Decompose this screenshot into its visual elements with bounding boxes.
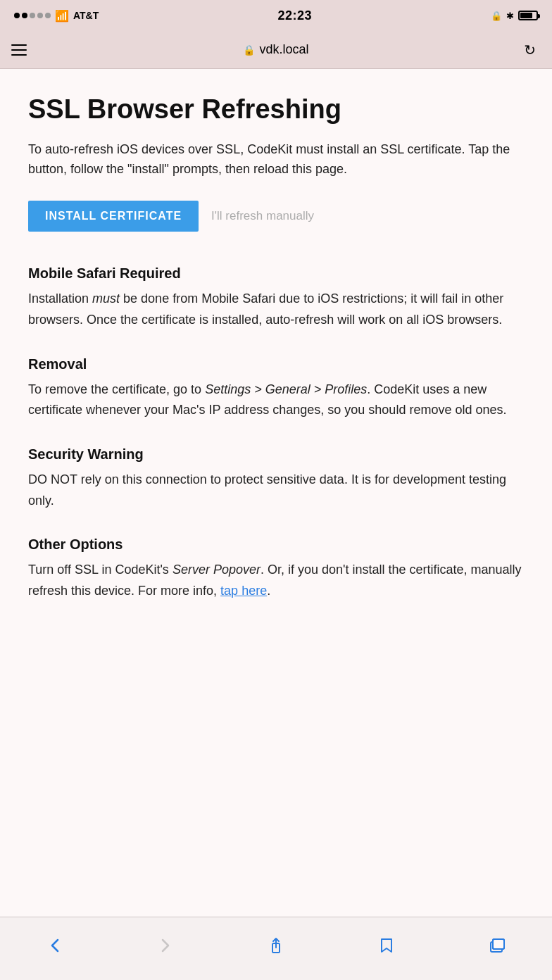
browser-chrome: 🔒 vdk.local ↺ bbox=[0, 31, 552, 69]
status-time: 22:23 bbox=[277, 8, 312, 23]
page-title: SSL Browser Refreshing bbox=[28, 94, 524, 125]
section-other-options: Other Options Turn off SSL in CodeKit's … bbox=[28, 536, 524, 601]
status-left: 📶 AT&T bbox=[14, 9, 99, 23]
signal-dot-5 bbox=[45, 13, 51, 18]
hamburger-line-3 bbox=[11, 54, 27, 56]
install-certificate-button[interactable]: INSTALL CERTIFICATE bbox=[28, 201, 199, 232]
section-mobile-safari: Mobile Safari Required Installation must… bbox=[28, 265, 524, 330]
bookmarks-button[interactable] bbox=[369, 928, 404, 963]
section-security-warning-text: DO NOT rely on this connection to protec… bbox=[28, 470, 524, 511]
back-button[interactable] bbox=[37, 928, 73, 963]
lock-status-icon: 🔒 bbox=[491, 11, 502, 21]
svg-rect-2 bbox=[493, 939, 504, 949]
bookmarks-icon bbox=[377, 936, 396, 955]
section-mobile-safari-title: Mobile Safari Required bbox=[28, 265, 524, 282]
battery-icon bbox=[518, 11, 538, 20]
forward-button[interactable] bbox=[148, 928, 183, 963]
carrier-label: AT&T bbox=[73, 10, 99, 21]
share-button[interactable] bbox=[258, 928, 294, 963]
main-content: SSL Browser Refreshing To auto-refresh i… bbox=[0, 69, 552, 917]
section-other-options-title: Other Options bbox=[28, 536, 524, 553]
tabs-icon bbox=[487, 936, 507, 955]
section-mobile-safari-text: Installation must be done from Mobile Sa… bbox=[28, 289, 524, 330]
section-security-warning: Security Warning DO NOT rely on this con… bbox=[28, 446, 524, 511]
wifi-icon: 📶 bbox=[55, 9, 69, 23]
tabs-button[interactable] bbox=[479, 928, 515, 963]
hamburger-menu-button[interactable] bbox=[11, 39, 34, 61]
lock-icon: 🔒 bbox=[243, 44, 255, 56]
hamburger-line-1 bbox=[11, 44, 27, 46]
section-removal-text: To remove the certificate, go to Setting… bbox=[28, 379, 524, 421]
signal-dot-1 bbox=[14, 13, 20, 18]
intro-text: To auto-refresh iOS devices over SSL, Co… bbox=[28, 139, 524, 180]
status-bar: 📶 AT&T 22:23 🔒 ✱ bbox=[0, 0, 552, 31]
section-other-options-text: Turn off SSL in CodeKit's Server Popover… bbox=[28, 560, 524, 601]
address-text: vdk.local bbox=[259, 42, 308, 57]
battery-fill bbox=[520, 13, 532, 18]
bottom-nav bbox=[0, 917, 552, 980]
tap-here-link[interactable]: tap here bbox=[220, 584, 267, 598]
refresh-manually-link[interactable]: I'll refresh manually bbox=[211, 209, 314, 223]
section-removal-title: Removal bbox=[28, 356, 524, 372]
signal-dot-4 bbox=[37, 13, 43, 18]
share-icon bbox=[266, 936, 286, 955]
signal-dots bbox=[14, 13, 51, 18]
signal-dot-2 bbox=[22, 13, 27, 18]
back-arrow-icon bbox=[45, 936, 65, 955]
bluetooth-icon: ✱ bbox=[506, 11, 514, 21]
section-security-warning-title: Security Warning bbox=[28, 446, 524, 463]
hamburger-line-2 bbox=[11, 49, 27, 51]
status-right: 🔒 ✱ bbox=[491, 11, 538, 21]
forward-arrow-icon bbox=[156, 936, 175, 955]
section-removal: Removal To remove the certificate, go to… bbox=[28, 356, 524, 421]
action-row: INSTALL CERTIFICATE I'll refresh manuall… bbox=[28, 201, 524, 232]
address-bar[interactable]: 🔒 vdk.local bbox=[42, 42, 510, 57]
refresh-button[interactable]: ↺ bbox=[518, 39, 541, 61]
signal-dot-3 bbox=[30, 13, 35, 18]
